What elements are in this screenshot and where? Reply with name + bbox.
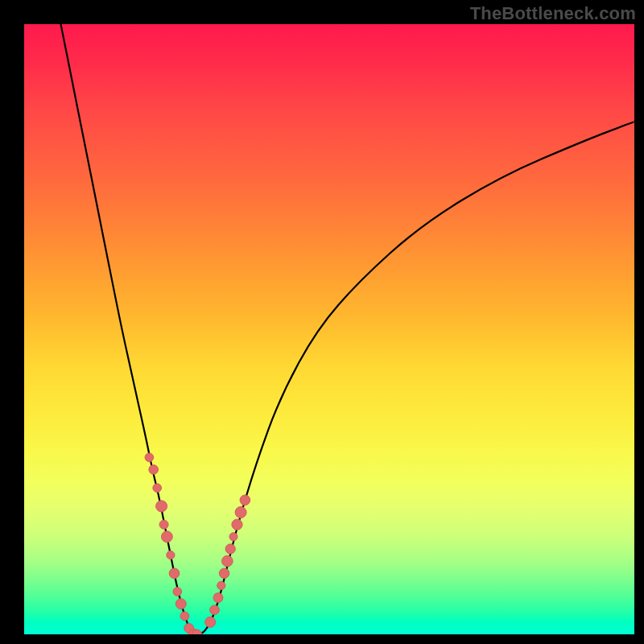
data-point	[175, 599, 186, 609]
data-point	[235, 506, 246, 518]
data-point	[219, 568, 229, 578]
data-point	[173, 588, 182, 597]
data-point	[180, 612, 189, 621]
data-point	[167, 551, 175, 559]
data-point	[169, 568, 180, 579]
data-point	[159, 520, 168, 529]
data-point	[153, 484, 162, 493]
data-point	[210, 605, 220, 615]
data-point	[162, 531, 173, 543]
marker-group	[145, 453, 250, 634]
chart-svg	[24, 24, 634, 634]
data-point	[222, 555, 233, 567]
data-point	[225, 544, 235, 554]
data-point	[149, 465, 159, 475]
data-point	[240, 495, 250, 506]
data-point	[232, 519, 242, 530]
chart-frame: TheBottleneck.com	[0, 0, 644, 644]
data-point	[156, 501, 167, 512]
data-point	[217, 581, 225, 589]
data-point	[145, 453, 154, 462]
data-point	[205, 617, 216, 627]
watermark-text: TheBottleneck.com	[470, 3, 636, 24]
bottleneck-curve	[61, 24, 635, 634]
data-point	[229, 533, 237, 541]
data-point	[213, 593, 223, 603]
plot-area	[24, 24, 634, 634]
